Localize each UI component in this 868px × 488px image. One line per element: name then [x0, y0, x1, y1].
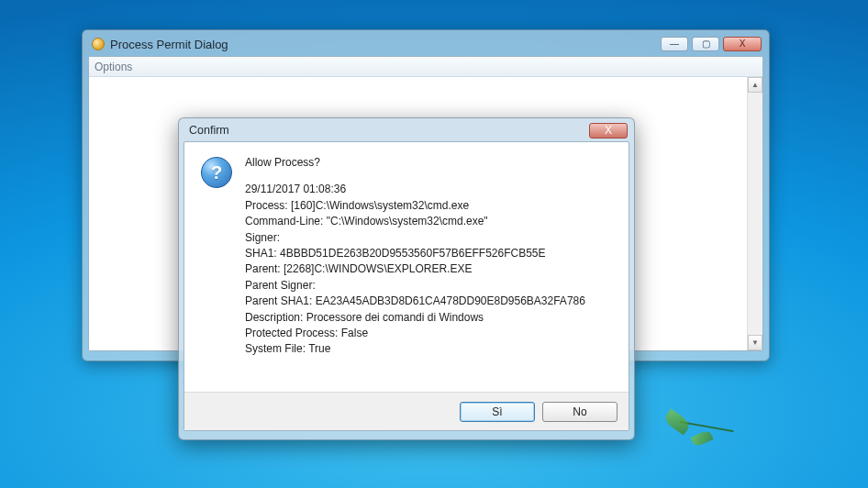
menu-options[interactable]: Options: [95, 61, 132, 73]
line-system-file: System File: True: [245, 341, 612, 357]
line-parent-signer: Parent Signer:: [245, 278, 612, 294]
dialog-body: Allow Process? 29/11/2017 01:08:36 Proce…: [184, 142, 629, 392]
yes-button[interactable]: Sì: [460, 402, 535, 422]
scroll-down-button[interactable]: ▼: [748, 335, 762, 350]
minimize-button[interactable]: —: [661, 37, 688, 51]
dialog-heading: Allow Process?: [245, 155, 612, 171]
line-sha1: SHA1: 4BBBD51DE263B20D9553560F57B6EFF526…: [245, 246, 612, 261]
close-button[interactable]: X: [723, 37, 762, 51]
dialog-client-area: Allow Process? 29/11/2017 01:08:36 Proce…: [184, 141, 629, 431]
line-parent-sha1: Parent SHA1: EA23A45ADB3D8D61CA478DD90E8…: [245, 294, 612, 309]
dialog-title: Confirm: [189, 124, 589, 137]
line-parent: Parent: [2268]C:\WINDOWS\EXPLORER.EXE: [245, 261, 612, 277]
app-icon: [92, 38, 105, 50]
scroll-track[interactable]: [748, 93, 762, 335]
scroll-up-button[interactable]: ▲: [748, 77, 762, 93]
no-button[interactable]: No: [542, 402, 618, 422]
line-commandline: Command-Line: "C:\Windows\system32\cmd.e…: [245, 214, 612, 229]
line-signer: Signer:: [245, 230, 612, 246]
wallpaper-leaf: [662, 408, 692, 435]
line-process: Process: [160]C:\Windows\system32\cmd.ex…: [245, 198, 612, 214]
titlebar[interactable]: Process Permit Dialog — ▢ X: [88, 36, 763, 56]
vertical-scrollbar[interactable]: ▲ ▼: [747, 77, 762, 350]
maximize-button[interactable]: ▢: [692, 37, 719, 51]
wallpaper-leaf: [690, 429, 713, 448]
line-protected: Protected Process: False: [245, 326, 612, 341]
question-icon: [201, 157, 232, 188]
dialog-footer: Sì No: [184, 392, 629, 430]
line-description: Description: Processore dei comandi di W…: [245, 310, 612, 326]
close-button[interactable]: X: [589, 123, 628, 139]
line-timestamp: 29/11/2017 01:08:36: [245, 182, 612, 197]
menubar: Options: [89, 57, 762, 77]
dialog-titlebar[interactable]: Confirm X: [184, 123, 629, 141]
dialog-message: Allow Process? 29/11/2017 01:08:36 Proce…: [245, 155, 612, 386]
confirm-dialog: Confirm X Allow Process? 29/11/2017 01:0…: [178, 117, 635, 440]
window-title: Process Permit Dialog: [110, 38, 657, 51]
